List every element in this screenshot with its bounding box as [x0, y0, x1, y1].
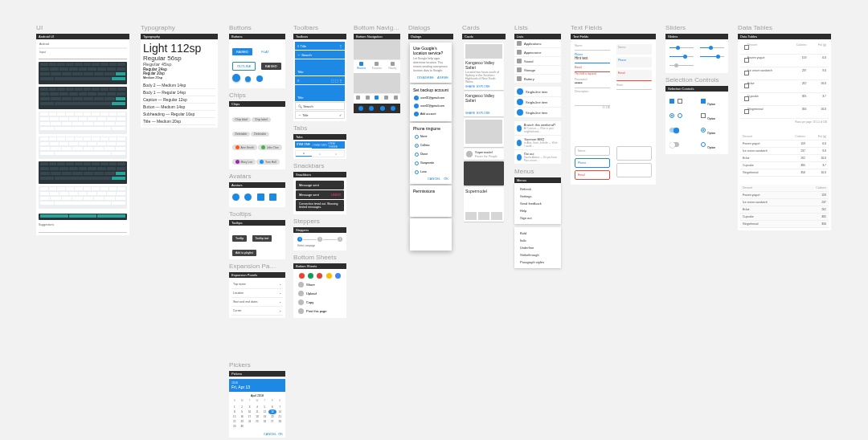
text-field-outlined[interactable]: [616, 163, 652, 177]
sheet-item[interactable]: Share: [296, 280, 344, 289]
list-item[interactable]: Single-line item: [514, 97, 561, 108]
expansion-row[interactable]: Trip name⌄: [231, 280, 283, 289]
card-compact[interactable]: Kangaroo Valley Safari SHARE EXPLORE: [464, 92, 504, 116]
toolbar-actions[interactable]: ≡⬚ ⬚ ⋮: [295, 76, 345, 84]
list-item[interactable]: Appearance: [514, 48, 561, 57]
dialog-radio-item[interactable]: Dione: [413, 150, 448, 159]
dialog-radio-item[interactable]: Ganymede: [413, 159, 448, 168]
sheet-grid[interactable]: [296, 271, 344, 280]
text-field-phone[interactable]: PhoneHint text: [575, 53, 610, 63]
dialog-confirm[interactable]: Use Google's location service? Let Googl…: [410, 43, 452, 83]
toolbar-search[interactable]: ← Search: [295, 51, 345, 59]
fab-mini[interactable]: [245, 76, 251, 82]
table-row[interactable]: Ice cream sandwich2379.0: [740, 67, 829, 80]
tabs-fixed[interactable]: ITEM ONE ITEM TWO ITEM THREE: [295, 141, 345, 149]
snackbar-action[interactable]: Message sentUNDO: [296, 190, 344, 199]
dialog-disagree[interactable]: DISAGREE: [417, 75, 434, 79]
checkbox-on[interactable]: [669, 99, 674, 104]
toolbar-extended-2[interactable]: Title: [295, 85, 345, 101]
menu-item[interactable]: Paragraph styles: [517, 259, 559, 266]
card-dark[interactable]: [464, 161, 504, 185]
dialog-radio-item[interactable]: None: [413, 132, 448, 141]
switch-on[interactable]: [669, 128, 679, 132]
menu-item[interactable]: Settings: [517, 193, 559, 200]
data-table[interactable]: DessertCaloriesFat (g) Frozen yogurt1596…: [740, 42, 829, 125]
slider-discrete[interactable]: [700, 44, 724, 51]
date-picker[interactable]: 2018Fri, Apr 13 April 2018 SMTWTFS 12345…: [229, 379, 285, 438]
table-row[interactable]: Ice cream sandwich2379.0: [740, 148, 829, 155]
text-field-outlined[interactable]: [616, 146, 652, 161]
calendar-day[interactable]: 30: [238, 424, 245, 429]
radio-off[interactable]: [678, 113, 682, 118]
toolbar-contextual[interactable]: ← Title✓: [295, 111, 345, 119]
chip-avatar[interactable]: Ann Smith: [232, 145, 257, 150]
text-field-select[interactable]: State: [616, 84, 652, 90]
list-item[interactable]: Single-line item: [514, 108, 561, 118]
menu-item[interactable]: Bold: [517, 230, 559, 237]
text-field-outlined[interactable]: Name: [575, 146, 610, 156]
tabs-icon[interactable]: ● ● ●: [295, 150, 345, 157]
dialog-ringtone[interactable]: Phone ringtone NoneCallistoDioneGanymede…: [410, 123, 452, 184]
text-field-email[interactable]: EmailThis field is required: [575, 66, 610, 75]
expansion-row[interactable]: Start and end dates⌄: [231, 298, 283, 307]
dialog-radio-item[interactable]: Luna: [413, 168, 448, 177]
chip[interactable]: Deletable: [232, 132, 251, 136]
slider-discrete[interactable]: [700, 53, 724, 59]
switch-off[interactable]: [669, 142, 679, 147]
expansion-row[interactable]: Location⌄: [231, 289, 283, 298]
data-table-2[interactable]: DessertCaloriesFat (g) Frozen yogurt1596…: [740, 133, 829, 177]
checkbox-on[interactable]: [701, 99, 706, 104]
list-item-two-line[interactable]: Oui ouiSandra Adams — Do you have Paris …: [514, 150, 561, 165]
table-row[interactable]: Gingerbread35616.0: [740, 169, 829, 177]
dialog-list-item[interactable]: user01@gmail.com: [413, 94, 448, 102]
menu-item[interactable]: Italic: [517, 237, 559, 244]
table-row[interactable]: Gingerbread356: [740, 221, 829, 228]
text-field-box-focus[interactable]: Phone: [616, 57, 652, 67]
dialog-agree[interactable]: AGREE: [437, 75, 448, 79]
slider[interactable]: [669, 53, 694, 59]
dialog-list-item[interactable]: user02@gmail.com: [413, 102, 448, 110]
text-field-name[interactable]: Name: [575, 44, 610, 51]
list-item[interactable]: Battery: [514, 75, 561, 84]
text-field-multiline[interactable]: Description0 / 100: [575, 90, 610, 109]
raised-button[interactable]: RAISED: [232, 48, 252, 55]
icon-button[interactable]: [256, 75, 263, 82]
bottom-nav-5[interactable]: [354, 93, 400, 102]
chip[interactable]: Deletable: [251, 132, 269, 136]
chip[interactable]: Chip label: [232, 117, 252, 122]
data-table-3[interactable]: DessertCalories Frozen yogurt159Ice crea…: [740, 185, 829, 228]
keyboard-light-3[interactable]: [39, 186, 127, 209]
picker-ok[interactable]: OK: [278, 432, 283, 436]
sheet-item[interactable]: Print this page: [296, 307, 344, 316]
chip-avatar[interactable]: Tom Hall: [256, 159, 280, 165]
radio-on[interactable]: [669, 113, 674, 118]
dialog-list-item[interactable]: Add account: [413, 110, 448, 118]
card-image-only[interactable]: [464, 118, 504, 147]
table-row[interactable]: Eclair262: [740, 206, 829, 214]
menu-item[interactable]: Send feedback: [517, 200, 559, 207]
card-expand[interactable]: Supermodel: [464, 187, 504, 222]
table-row[interactable]: Gingerbread35616.0: [740, 106, 829, 119]
chip-avatar[interactable]: Mary Lee: [232, 159, 256, 165]
list-item[interactable]: Applications: [514, 39, 561, 48]
toolbar-basic[interactable]: ≡ Title⋮: [295, 42, 345, 50]
table-row[interactable]: Frozen yogurt159: [740, 192, 829, 199]
list-item[interactable]: Sound: [514, 57, 561, 66]
menu-item[interactable]: Underline: [517, 244, 559, 251]
table-row[interactable]: Eclair26216.0: [740, 80, 829, 93]
table-row[interactable]: Ice cream sandwich237: [740, 199, 829, 206]
toolbar-extended[interactable]: Title: [295, 59, 345, 75]
menu-item[interactable]: Refresh: [517, 185, 559, 193]
checkbox-off[interactable]: [701, 113, 706, 118]
text-field-outlined-error[interactable]: Email: [575, 170, 610, 180]
checkbox-off[interactable]: [678, 99, 682, 104]
list-item[interactable]: Storage: [514, 66, 561, 75]
chip-avatar[interactable]: John Doe: [258, 145, 282, 150]
keyboard-dark-1[interactable]: [39, 62, 127, 84]
card-music[interactable]: SupermodelFoster the People: [464, 149, 504, 160]
table-row[interactable]: Cupcake3053.7: [740, 93, 829, 106]
radio-on[interactable]: [701, 128, 706, 132]
dialog-account[interactable]: Set backup account user01@gmail.comuser0…: [410, 84, 452, 121]
picker-cancel[interactable]: CANCEL: [264, 432, 276, 436]
fab[interactable]: [232, 74, 240, 82]
